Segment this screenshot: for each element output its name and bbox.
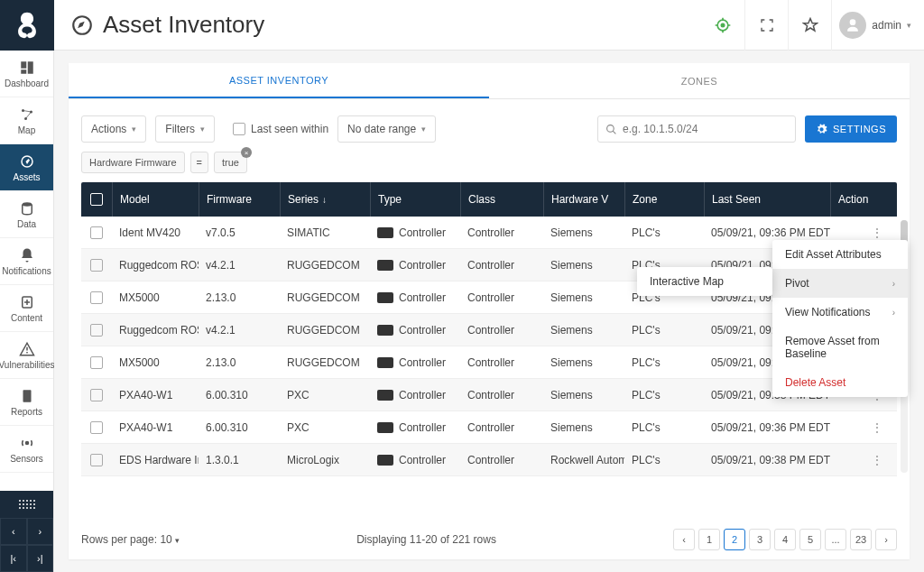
page-3[interactable]: 3 <box>749 529 771 550</box>
page-2[interactable]: 2 <box>724 529 745 550</box>
cell-model: MX5000 <box>112 356 199 369</box>
tabs: ASSET INVENTORY ZONES <box>69 63 910 99</box>
ctx-view-notifications[interactable]: View Notifications› <box>772 298 908 327</box>
filter-chip-field[interactable]: Hardware Firmware <box>81 152 185 173</box>
cell-last-seen: 05/09/21, 09:36 PM EDT <box>704 421 830 434</box>
cell-zone: PLC's <box>624 421 704 434</box>
col-last-seen[interactable]: Last Seen <box>704 182 830 217</box>
col-class[interactable]: Class <box>460 182 543 217</box>
pivot-submenu: Interactive Map <box>637 267 772 296</box>
row-actions-button[interactable]: ⋮ <box>868 421 886 434</box>
row-checkbox[interactable] <box>90 291 103 304</box>
sidebar-item-data[interactable]: Data <box>0 191 53 238</box>
tab-asset-inventory[interactable]: ASSET INVENTORY <box>69 63 489 98</box>
row-actions-button[interactable]: ⋮ <box>868 226 886 239</box>
ctx-edit-attributes[interactable]: Edit Asset Attributes <box>772 240 908 269</box>
controller-icon <box>377 227 393 238</box>
col-hardware[interactable]: Hardware V <box>543 182 624 217</box>
sidebar: Dashboard Map Assets Data Notifications … <box>0 51 54 572</box>
sensors-icon <box>19 435 35 451</box>
sidebar-item-reports[interactable]: Reports <box>0 379 53 426</box>
row-checkbox[interactable] <box>90 421 103 434</box>
sidebar-grid-toggle[interactable] <box>0 491 53 518</box>
row-checkbox[interactable] <box>90 356 103 369</box>
table-row[interactable]: EDS Hardware Insta1.3.0.1MicroLogixContr… <box>81 444 897 476</box>
user-menu[interactable]: admin ▾ <box>831 0 924 51</box>
row-checkbox[interactable] <box>90 226 103 239</box>
nav-last[interactable]: ›| <box>27 545 54 572</box>
favorite-button[interactable] <box>788 0 831 51</box>
cell-type: Controller <box>370 389 460 401</box>
col-zone[interactable]: Zone <box>624 182 704 217</box>
row-actions-button[interactable]: ⋮ <box>868 454 886 466</box>
svg-point-9 <box>25 441 28 444</box>
svg-point-1 <box>722 23 725 26</box>
cell-type: Controller <box>370 356 460 369</box>
col-type[interactable]: Type <box>370 182 460 217</box>
caret-icon: ▾ <box>421 125 426 134</box>
grid-icon <box>18 499 36 510</box>
row-checkbox[interactable] <box>90 454 103 466</box>
pager: ‹12345...23› <box>673 529 897 550</box>
col-model[interactable]: Model <box>112 182 199 217</box>
sidebar-item-notifications[interactable]: Notifications <box>0 238 53 285</box>
page-1[interactable]: 1 <box>698 529 720 550</box>
cell-series: SIMATIC <box>280 226 370 239</box>
col-series[interactable]: Series↓ <box>280 182 370 217</box>
page-next[interactable]: › <box>875 529 897 550</box>
nav-next[interactable]: › <box>27 518 54 545</box>
logo[interactable] <box>0 0 54 51</box>
row-checkbox[interactable] <box>90 259 103 272</box>
controller-icon <box>377 292 393 303</box>
rows-per-page-select[interactable]: 10 ▾ <box>160 533 180 546</box>
page-5[interactable]: 5 <box>799 529 821 550</box>
nav-first[interactable]: |‹ <box>0 545 27 572</box>
sidebar-item-assets[interactable]: Assets <box>0 144 53 191</box>
search-input[interactable] <box>623 123 788 135</box>
select-all-checkbox[interactable] <box>90 193 103 206</box>
cell-class: Controller <box>460 259 543 272</box>
actions-dropdown[interactable]: Actions▾ <box>81 115 146 143</box>
nav-prev[interactable]: ‹ <box>0 518 27 545</box>
compass-icon <box>70 14 94 37</box>
row-checkbox[interactable] <box>90 324 103 337</box>
last-seen-checkbox[interactable] <box>233 123 245 135</box>
page-23[interactable]: 23 <box>850 529 872 550</box>
sidebar-item-map[interactable]: Map <box>0 97 53 144</box>
svg-point-22 <box>26 507 28 509</box>
svg-point-17 <box>26 503 28 505</box>
page-4[interactable]: 4 <box>774 529 796 550</box>
locate-button[interactable] <box>701 0 744 51</box>
sidebar-item-content[interactable]: Content <box>0 285 53 332</box>
sort-icon: ↓ <box>322 195 327 205</box>
cell-model: MX5000 <box>112 291 199 304</box>
sidebar-item-vulnerabilities[interactable]: Vulnerabilities <box>0 332 53 379</box>
page-prev[interactable]: ‹ <box>673 529 695 550</box>
ctx-delete-asset[interactable]: Delete Asset <box>772 368 908 397</box>
search-field[interactable] <box>597 115 796 143</box>
settings-button[interactable]: SETTINGS <box>805 115 897 143</box>
filter-chip-value[interactable]: true× <box>214 152 247 173</box>
ctx-pivot[interactable]: Pivot› <box>772 269 908 298</box>
cell-hardware: Siemens <box>543 226 624 239</box>
cell-class: Controller <box>460 389 543 401</box>
cell-model: Ruggedcom ROS <box>112 324 199 337</box>
sidebar-item-sensors[interactable]: Sensors <box>0 426 53 473</box>
table-row[interactable]: PXA40-W16.00.310PXCControllerControllerS… <box>81 411 897 444</box>
filters-dropdown[interactable]: Filters▾ <box>155 115 215 143</box>
ctx-pivot-interactive-map[interactable]: Interactive Map <box>637 267 772 296</box>
tab-zones[interactable]: ZONES <box>489 63 910 98</box>
filter-chip-op[interactable]: = <box>190 152 208 173</box>
col-action[interactable]: Action <box>830 182 897 217</box>
chip-op: = <box>197 157 202 168</box>
row-checkbox[interactable] <box>90 389 103 401</box>
chip-remove-icon[interactable]: × <box>241 147 252 158</box>
svg-point-12 <box>26 500 28 502</box>
ctx-remove-baseline[interactable]: Remove Asset from Baseline <box>772 327 908 368</box>
cell-hardware: Siemens <box>543 389 624 401</box>
sidebar-item-dashboard[interactable]: Dashboard <box>0 51 53 97</box>
date-range-dropdown[interactable]: No date range▾ <box>337 115 436 143</box>
fullscreen-button[interactable] <box>744 0 788 51</box>
controller-icon <box>377 357 393 368</box>
col-firmware[interactable]: Firmware <box>199 182 280 217</box>
